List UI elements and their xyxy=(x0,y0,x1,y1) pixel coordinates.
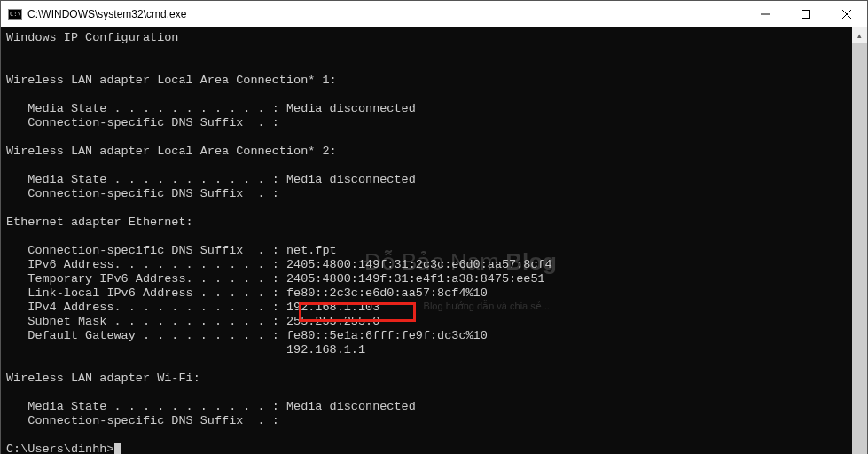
scroll-up-arrow[interactable]: ▴ xyxy=(852,27,867,43)
minimize-icon xyxy=(761,10,770,19)
maximize-icon xyxy=(802,10,810,19)
terminal-output[interactable]: Windows IP Configuration Wireless LAN ad… xyxy=(1,27,852,454)
cmd-icon xyxy=(8,9,22,20)
terminal-area: Windows IP Configuration Wireless LAN ad… xyxy=(1,27,867,454)
window-title: C:\WINDOWS\system32\cmd.exe xyxy=(27,8,745,20)
close-icon xyxy=(842,10,851,19)
watermark-subtitle: Blog hướng dẫn và chia sẻ... xyxy=(364,299,557,313)
scroll-track[interactable] xyxy=(852,43,867,454)
window-controls xyxy=(745,1,867,27)
terminal-text: Windows IP Configuration Wireless LAN ad… xyxy=(6,31,552,454)
svg-rect-1 xyxy=(802,10,810,18)
maximize-button[interactable] xyxy=(786,1,826,27)
cursor xyxy=(114,443,121,454)
close-button[interactable] xyxy=(826,1,867,27)
titlebar[interactable]: C:\WINDOWS\system32\cmd.exe xyxy=(1,1,867,27)
scroll-thumb[interactable] xyxy=(852,43,867,454)
minimize-button[interactable] xyxy=(745,1,786,27)
vertical-scrollbar[interactable]: ▴ ▾ xyxy=(852,27,867,454)
cmd-window: C:\WINDOWS\system32\cmd.exe Windows IP C… xyxy=(0,0,868,454)
